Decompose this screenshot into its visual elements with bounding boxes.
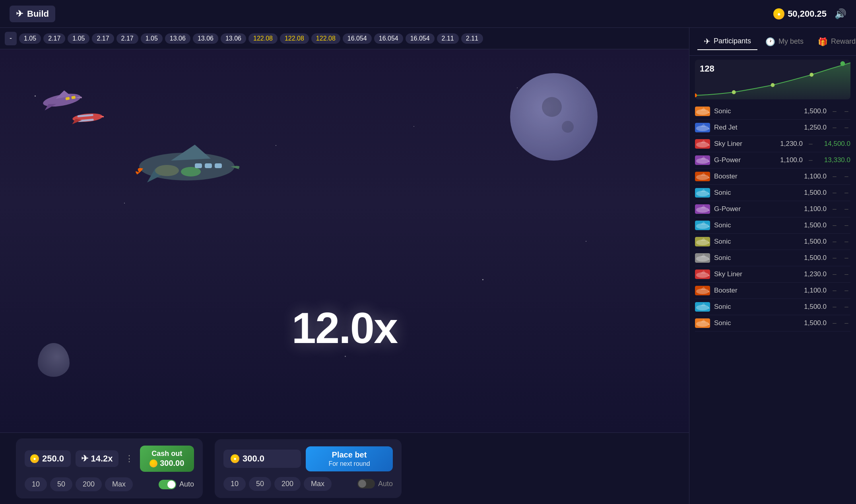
- mult-13: 16.054: [343, 33, 372, 44]
- participant-cashout: –: [842, 124, 850, 132]
- mult-6: 1.05: [141, 33, 163, 44]
- participant-dash-1: –: [831, 107, 839, 115]
- participant-dash-1: –: [807, 156, 815, 164]
- cashout-button[interactable]: Cash out 300.00: [140, 446, 194, 472]
- participant-name: Sonic: [714, 189, 791, 197]
- participant-dash-1: –: [831, 319, 839, 327]
- options-button-1[interactable]: ⋮: [123, 454, 135, 464]
- bet-amount-1[interactable]: ● 250.0: [25, 450, 71, 467]
- coin-icon-1: ●: [30, 454, 39, 463]
- participant-bet: 1,500.0: [795, 303, 827, 311]
- svg-rect-4: [205, 163, 212, 168]
- graph-area: 128: [695, 60, 850, 99]
- place-bet-label: Place bet: [332, 450, 367, 459]
- star: [517, 87, 518, 88]
- toggle-knob-1: [167, 481, 175, 488]
- build-button[interactable]: ✈ Build: [10, 6, 55, 22]
- mult-16: 2.11: [437, 33, 459, 44]
- avatar: [695, 221, 710, 230]
- participant-name: Sonic: [714, 221, 791, 229]
- quick-200-1[interactable]: 200: [76, 477, 102, 491]
- participant-dash-1: –: [831, 254, 839, 262]
- participant-cashout: 14,500.0: [819, 140, 850, 148]
- participant-dash-1: –: [831, 303, 839, 311]
- quick-10-2[interactable]: 10: [223, 477, 246, 491]
- auto-switch-1[interactable]: [159, 480, 176, 489]
- participant-name: Booster: [714, 287, 791, 295]
- mult-10: 122.08: [248, 33, 278, 44]
- participant-name: G-Power: [714, 205, 791, 213]
- mult-14: 16.054: [374, 33, 403, 44]
- bet-value-2: 300.0: [243, 454, 264, 464]
- tab-my-bets[interactable]: 🕐 My bets: [759, 34, 810, 50]
- avatar: [695, 286, 710, 295]
- list-item: Sonic1,500.0––: [695, 103, 850, 120]
- auto-toggle-2: Auto: [357, 479, 393, 488]
- list-item: Sky Liner1,230.0––: [695, 266, 850, 283]
- quick-50-1[interactable]: 50: [50, 477, 72, 491]
- bet-amount-2[interactable]: ● 300.0: [223, 450, 301, 468]
- tab-participants[interactable]: ✈ Participants: [697, 33, 757, 50]
- quick-max-1[interactable]: Max: [105, 477, 133, 491]
- volume-button[interactable]: 🔊: [835, 8, 846, 19]
- avatar: [695, 107, 710, 116]
- svg-point-14: [771, 83, 775, 87]
- participant-dash-1: –: [831, 270, 839, 278]
- star: [586, 241, 586, 242]
- list-item: Sonic1,500.0––: [695, 250, 850, 266]
- quick-50-2[interactable]: 50: [249, 477, 271, 491]
- quick-max-2[interactable]: Max: [304, 477, 332, 491]
- mult-1: 1.05: [19, 33, 41, 44]
- plane-icon: ✈: [16, 9, 23, 19]
- participant-bet: 1,230.0: [795, 270, 827, 278]
- star: [276, 145, 276, 146]
- place-bet-button[interactable]: Place bet For next round: [306, 446, 393, 471]
- participant-bet: 1,100.0: [795, 205, 827, 213]
- bet-value-1: 250.0: [42, 454, 64, 464]
- participant-name: Sonic: [714, 254, 791, 262]
- mult-11: 122.08: [280, 33, 309, 44]
- bet-panel-2: ● 300.0 Place bet For next round 10 50 2…: [215, 439, 402, 498]
- participant-dash-1: –: [831, 221, 839, 229]
- participant-dash-1: –: [831, 189, 839, 197]
- participant-bet: 1,500.0: [795, 254, 827, 262]
- participants-icon: ✈: [704, 37, 710, 46]
- participant-dash-1: –: [831, 287, 839, 295]
- avatar: [695, 155, 710, 165]
- participant-cashout: –: [842, 173, 850, 180]
- cashout-label: Cash out: [151, 450, 182, 458]
- avatar: [695, 188, 710, 198]
- mult-12: 122.08: [311, 33, 340, 44]
- tab-participants-label: Participants: [714, 37, 751, 45]
- avatar: [695, 139, 710, 149]
- bet-panel-1-top: ● 250.0 ✈ 14.2x ⋮ Cash out 300.00: [25, 446, 194, 472]
- mult-value-1: 14.2x: [91, 454, 113, 464]
- participant-cashout: –: [842, 254, 850, 262]
- participant-dash-1: –: [807, 140, 815, 148]
- minus-button[interactable]: -: [5, 32, 17, 45]
- toggle-knob-2: [358, 480, 366, 488]
- star: [413, 126, 414, 127]
- tab-rewards[interactable]: 🎁 Rewards: [811, 34, 856, 50]
- quick-200-2[interactable]: 200: [274, 477, 301, 491]
- mult-9: 13.06: [221, 33, 246, 44]
- mult-4: 2.17: [92, 33, 114, 44]
- main-layout: - 1.05 2.17 1.05 2.17 2.17 1.05 13.06 13…: [0, 28, 856, 504]
- mult-15: 16.054: [406, 33, 435, 44]
- participant-name: Sky Liner: [714, 270, 791, 278]
- participant-bet: 1,100.0: [795, 287, 827, 295]
- auto-toggle-1: Auto: [159, 480, 194, 489]
- list-item: Sonic1,500.0––: [695, 315, 850, 331]
- list-item: Sonic1,500.0––: [695, 217, 850, 234]
- participant-cashout: –: [842, 221, 850, 229]
- list-item: G-Power1,100.0––: [695, 201, 850, 217]
- mult-17: 2.11: [461, 33, 483, 44]
- auto-switch-2[interactable]: [357, 479, 375, 488]
- rewards-icon: 🎁: [818, 37, 828, 47]
- svg-point-1: [155, 165, 179, 176]
- participant-bet: 1,500.0: [795, 319, 827, 327]
- game-area: - 1.05 2.17 1.05 2.17 2.17 1.05 13.06 13…: [0, 28, 689, 504]
- quick-10-1[interactable]: 10: [25, 477, 47, 491]
- coin-icon: ●: [773, 8, 784, 19]
- bet-quick-btns-1: 10 50 200 Max Auto: [25, 477, 194, 491]
